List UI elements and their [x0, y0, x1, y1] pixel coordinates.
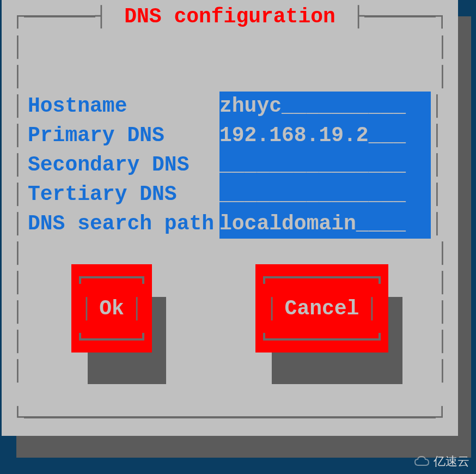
- cancel-button[interactable]: │ Cancel │: [255, 264, 388, 353]
- row-primary-dns: │ Primary DNS 192.168.19.2___ │: [11, 121, 448, 150]
- ok-button-label: Ok: [99, 297, 124, 320]
- buttons-area: │ Ok │ │ Cancel │: [2, 264, 458, 384]
- cancel-button-label: Cancel: [285, 297, 359, 320]
- label-hostname: Hostname: [23, 92, 219, 121]
- label-tertiary-dns: Tertiary DNS: [23, 180, 219, 209]
- input-secondary-dns[interactable]: _______________: [219, 150, 431, 180]
- label-primary-dns: Primary DNS: [23, 121, 219, 150]
- label-dns-search-path: DNS search path: [23, 209, 219, 239]
- frame-top: ┌ ┤ DNS configuration ├ ┐: [2, 0, 458, 33]
- label-secondary-dns: Secondary DNS: [23, 150, 219, 180]
- ok-button[interactable]: │ Ok │: [71, 264, 152, 353]
- dns-config-dialog: ┌ ┤ DNS configuration ├ ┐ │ │ │ │ │ Host…: [2, 0, 458, 436]
- input-dns-search-path[interactable]: localdomain____: [219, 209, 431, 239]
- row-dns-search-path: │ DNS search path localdomain____ │: [11, 209, 448, 239]
- frame-bottom: └ ┘: [2, 406, 458, 428]
- input-tertiary-dns[interactable]: _______________: [219, 180, 431, 209]
- row-secondary-dns: │ Secondary DNS _______________ │: [11, 150, 448, 180]
- watermark: 亿速云: [414, 453, 469, 470]
- input-primary-dns[interactable]: 192.168.19.2___: [219, 121, 431, 150]
- row-hostname: │ Hostname zhuyc__________ │: [11, 92, 448, 121]
- row-tertiary-dns: │ Tertiary DNS _______________ │: [11, 180, 448, 209]
- cloud-icon: [414, 455, 430, 467]
- dialog-title: DNS configuration: [120, 5, 340, 28]
- input-hostname[interactable]: zhuyc__________: [219, 92, 431, 121]
